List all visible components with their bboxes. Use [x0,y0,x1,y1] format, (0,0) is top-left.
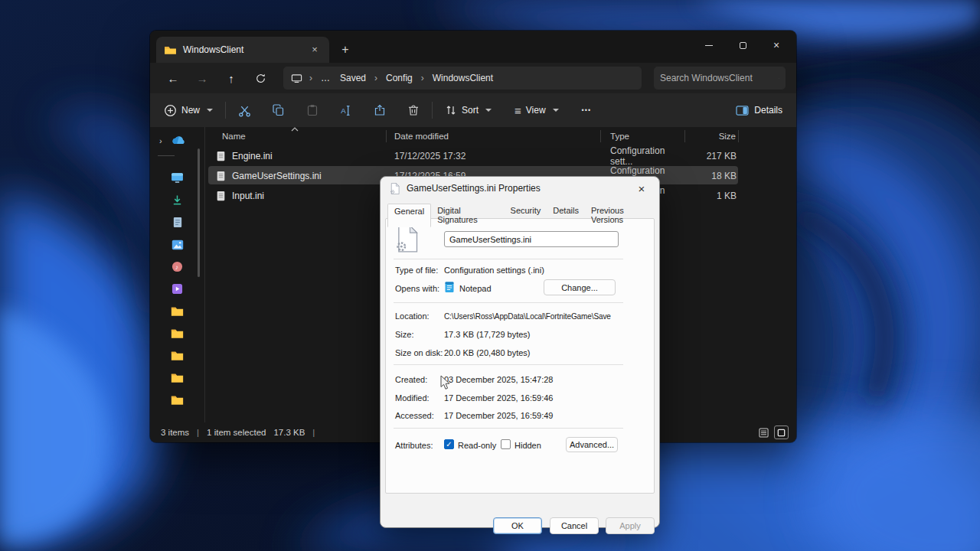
readonly-checkbox[interactable]: ✓ [444,439,454,449]
breadcrumb-collapsed[interactable]: … [319,72,332,84]
column-header-date[interactable]: Date modified [387,130,601,142]
list-view-icon [759,428,769,438]
dialog-close-button[interactable]: × [633,182,650,195]
hidden-checkbox[interactable] [501,439,511,449]
icons-view-toggle[interactable] [774,425,789,439]
refresh-icon [255,73,266,84]
tab-general[interactable]: General [387,204,431,227]
maximize-icon [740,42,746,49]
apply-button[interactable]: Apply [606,517,655,534]
tab-security[interactable]: Security [505,204,547,227]
up-button[interactable]: ↑ [219,67,243,89]
delete-button[interactable] [407,104,420,117]
breadcrumb-separator: › [374,73,377,83]
svg-text:♪: ♪ [175,263,178,271]
sidebar-item-folder-5[interactable] [166,393,189,406]
accessed-value: 17 December 2025, 16:59:49 [444,411,554,420]
breadcrumb-item-windowsclient[interactable]: WindowsClient [431,72,495,84]
status-selection: 1 item selected [207,428,266,437]
breadcrumb-item-config[interactable]: Config [384,72,414,84]
ini-file-icon [216,151,226,161]
expand-chevron-icon[interactable]: › [159,136,162,145]
new-icon [164,104,177,117]
ok-button[interactable]: OK [493,517,542,534]
file-row-engine[interactable]: Engine.ini 17/12/2025 17:32 Configuratio… [205,145,796,165]
cut-icon [238,104,251,117]
chevron-down-icon [207,109,213,112]
sidebar-item-folder-1[interactable] [166,305,189,318]
tab-previous-versions[interactable]: Previous Versions [585,204,659,227]
forward-button[interactable]: → [190,67,214,89]
size-on-disk-label: Size on disk: [395,348,443,357]
paste-button[interactable] [305,104,318,117]
sort-ascending-icon [291,127,299,132]
search-input[interactable] [660,73,779,83]
back-button[interactable]: ← [161,67,185,89]
pictures-icon [172,240,184,250]
column-header-size[interactable]: Size [685,130,739,142]
explorer-tab[interactable]: WindowsClient × [156,37,329,63]
paste-icon [306,104,318,116]
sidebar-item-folder-4[interactable] [166,371,189,384]
tab-details[interactable]: Details [547,204,585,227]
sidebar-item-folder-3[interactable] [166,349,189,362]
sort-button[interactable]: Sort [445,104,492,116]
sidebar-item-pictures[interactable] [166,238,189,251]
view-button[interactable]: ≡ View [514,104,559,117]
opens-with-value: Notepad [459,284,492,293]
cancel-button[interactable]: Cancel [550,517,599,534]
refresh-button[interactable] [248,67,273,89]
file-size: 217 KB [685,151,739,161]
sidebar-item-videos[interactable] [166,282,189,295]
close-button[interactable]: × [760,31,793,60]
breadcrumb-item-saved[interactable]: Saved [338,72,368,84]
sidebar-item-documents[interactable] [166,216,189,229]
sidebar-item-folder-2[interactable] [166,327,189,340]
details-pane-button[interactable]: Details [736,105,782,116]
cut-button[interactable] [238,104,251,117]
tab-close-icon[interactable]: × [308,43,322,57]
details-view-toggle[interactable] [756,425,771,439]
new-button[interactable]: New [164,104,213,117]
search-box[interactable] [654,67,786,90]
svg-text:A: A [341,106,346,115]
sidebar-item-desktop[interactable] [166,171,189,184]
file-name: Input.ini [232,191,264,201]
onedrive-icon[interactable] [170,135,187,146]
large-icons-view-icon [776,428,786,438]
ini-file-icon [216,171,226,181]
copy-button[interactable] [272,104,285,117]
filename-input[interactable] [444,231,619,247]
sidebar-scrollbar[interactable] [198,148,200,277]
advanced-button[interactable]: Advanced... [566,437,618,452]
folder-icon [171,350,184,361]
file-size: 1 KB [685,191,739,201]
change-button[interactable]: Change... [544,279,616,295]
share-button[interactable] [373,104,386,117]
minimize-icon [705,45,713,46]
sidebar-item-downloads[interactable] [166,194,189,207]
downloads-icon [172,194,183,206]
tab-bar: WindowsClient × + × [150,31,796,63]
opens-with-label: Opens with: [395,284,439,293]
more-options-button[interactable]: ••• [582,106,591,114]
dialog-title: GameUserSettings.ini Properties [407,183,626,194]
tab-digital-signatures[interactable]: Digital Signatures [431,204,504,227]
modified-value: 17 December 2025, 16:59:46 [444,393,554,403]
file-size: 18 KB [685,171,739,181]
maximize-button[interactable] [726,31,760,60]
new-tab-button[interactable]: + [334,38,357,61]
column-header-name[interactable]: Name [205,130,387,142]
status-item-count: 3 items [161,428,189,437]
sidebar-item-music[interactable]: ♪ [166,260,189,273]
breadcrumb[interactable]: › … Saved › Config › WindowsClient [283,67,642,90]
sort-label: Sort [462,105,479,116]
rename-button[interactable]: A [339,104,352,117]
file-date: 17/12/2025 17:32 [387,151,601,161]
file-type: Configuration sett... [601,145,685,167]
column-header-type[interactable]: Type [601,130,685,142]
navigation-pane: › ♪ [150,127,205,422]
search-icon [779,73,779,83]
sort-icon [445,104,457,116]
minimize-button[interactable] [692,31,726,60]
